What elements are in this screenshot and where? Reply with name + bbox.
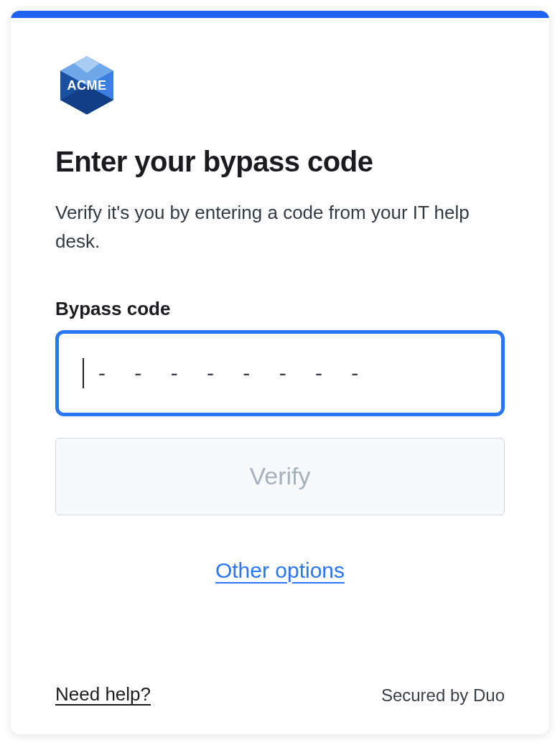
verify-button[interactable]: Verify: [55, 438, 505, 515]
card-footer: Need help? Secured by Duo: [55, 640, 505, 706]
page-title: Enter your bypass code: [55, 146, 505, 178]
page-subtitle: Verify it's you by entering a code from …: [55, 198, 505, 256]
secured-by-text: Secured by Duo: [381, 685, 505, 706]
bypass-code-input-wrap: - - - - - - - -: [55, 330, 505, 416]
card-content: ACME Enter your bypass code Verify it's …: [11, 18, 549, 734]
other-options-link[interactable]: Other options: [215, 558, 345, 582]
brand-logo-text: ACME: [67, 78, 107, 93]
other-options-wrap: Other options: [55, 558, 505, 583]
bypass-code-input[interactable]: [55, 330, 505, 416]
bypass-code-label: Bypass code: [55, 298, 505, 320]
accent-top-bar: [11, 11, 549, 18]
need-help-link[interactable]: Need help?: [55, 683, 151, 706]
auth-card: ACME Enter your bypass code Verify it's …: [11, 11, 549, 734]
brand-logo: ACME: [55, 54, 118, 117]
